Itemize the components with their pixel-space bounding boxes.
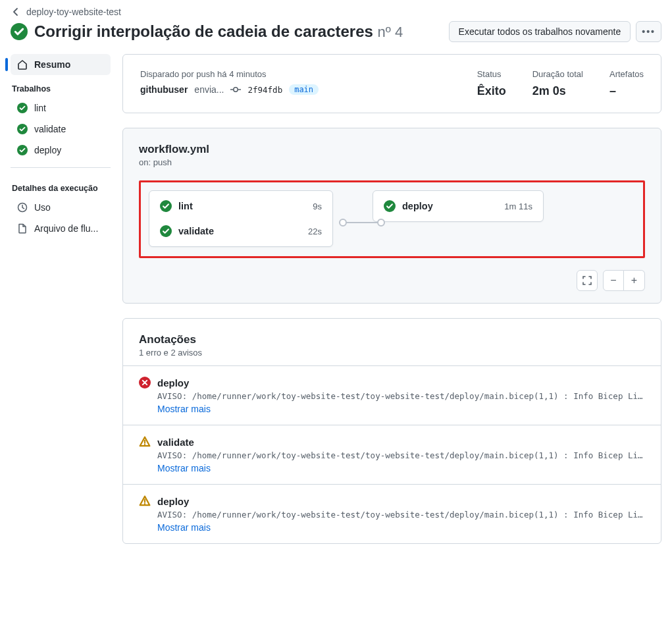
annotation-job[interactable]: deploy [157, 496, 189, 507]
divider [11, 167, 111, 168]
warning-icon [139, 436, 151, 448]
sidebar-item-label: validate [34, 124, 66, 134]
job-node-lint[interactable]: lint 9s [149, 194, 332, 219]
workflow-trigger: on: push [139, 157, 645, 167]
annotation-message: AVISO: /home/runner/work/toy-website-tes… [157, 391, 645, 401]
fullscreen-button[interactable] [577, 270, 598, 291]
sidebar-item-label: lint [34, 103, 46, 113]
check-circle-icon [384, 200, 396, 212]
workflow-file-name: workflow.yml [139, 143, 645, 156]
show-more-link[interactable]: Mostrar mais [157, 404, 645, 414]
sidebar-item-label: Uso [34, 202, 51, 213]
workflow-graph-highlight: lint 9s validate 22s deploy 1m 11s [139, 180, 645, 258]
sidebar-item-summary[interactable]: Resumo [11, 54, 111, 75]
annotations-card: Anotações 1 erro e 2 avisos deploy AVISO… [122, 318, 661, 544]
sidebar-item-label: Arquivo de flu... [34, 223, 98, 234]
commit-icon [230, 84, 241, 95]
check-circle-icon [11, 23, 28, 40]
action-verb: envia... [194, 84, 224, 95]
page-title: Corrigir interpolação de cadeia de carac… [34, 22, 403, 41]
job-group-2: deploy 1m 11s [373, 190, 544, 222]
branch-badge[interactable]: main [289, 84, 319, 95]
more-actions-button[interactable]: ••• [636, 21, 661, 42]
annotations-title: Anotações [139, 333, 645, 346]
job-duration: 22s [308, 227, 322, 236]
check-circle-icon [17, 145, 28, 155]
annotation-item: deploy AVISO: /home/runner/work/toy-webs… [123, 365, 661, 425]
check-circle-icon [17, 124, 28, 134]
job-name-label: lint [178, 201, 193, 211]
annotation-job[interactable]: deploy [157, 377, 189, 389]
job-group-1: lint 9s validate 22s [149, 190, 333, 247]
actor[interactable]: githubuser [140, 84, 188, 95]
check-circle-icon [160, 225, 172, 237]
zoom-in-button[interactable]: + [624, 270, 645, 291]
job-name-label: validate [178, 226, 214, 236]
sidebar: Resumo Trabalhos lint validate deploy De… [11, 54, 111, 558]
summary-card: Disparado por push há 4 minutos githubus… [122, 54, 661, 113]
job-duration: 9s [313, 201, 322, 211]
check-circle-icon [160, 200, 172, 212]
status-value: Êxito [477, 84, 506, 98]
annotation-item: deploy AVISO: /home/runner/work/toy-webs… [123, 484, 661, 543]
arrow-left-icon[interactable] [11, 7, 21, 17]
run-number: nº 4 [378, 24, 403, 40]
x-circle-icon [139, 377, 151, 389]
annotation-message: AVISO: /home/runner/work/toy-website-tes… [157, 450, 645, 460]
workflow-graph-card: workflow.yml on: push lint 9s validate [122, 128, 661, 304]
job-node-validate[interactable]: validate 22s [149, 219, 332, 244]
rerun-all-button[interactable]: Executar todos os trabalhos novamente [449, 21, 631, 42]
sidebar-item-lint[interactable]: lint [11, 97, 111, 119]
triggered-label: Disparado por push há 4 minutos [140, 69, 451, 79]
show-more-link[interactable]: Mostrar mais [157, 522, 645, 533]
sidebar-item-workflow-file[interactable]: Arquivo de flu... [11, 218, 111, 239]
artifacts-value: – [609, 84, 644, 98]
sidebar-heading-jobs: Trabalhos [11, 75, 111, 97]
duration-value: 2m 0s [532, 84, 583, 98]
annotations-subtitle: 1 erro e 2 avisos [139, 348, 645, 358]
fullscreen-icon [582, 275, 592, 286]
file-icon [17, 223, 28, 234]
sidebar-item-label: deploy [34, 145, 61, 155]
graph-connector [343, 222, 381, 223]
workflow-run-title: Corrigir interpolação de cadeia de carac… [34, 22, 373, 40]
home-icon [17, 59, 28, 70]
warning-icon [139, 495, 151, 507]
duration-label: Duração total [532, 69, 583, 79]
artifacts-label: Artefatos [609, 69, 644, 79]
check-circle-icon [17, 103, 28, 113]
sidebar-item-usage[interactable]: Uso [11, 197, 111, 218]
job-name-label: deploy [402, 201, 433, 211]
annotation-item: validate AVISO: /home/runner/work/toy-we… [123, 425, 661, 484]
commit-sha[interactable]: 2f94fdb [247, 85, 282, 95]
breadcrumb: deploy-toy-website-test [11, 0, 661, 18]
zoom-out-button[interactable]: − [603, 270, 624, 291]
sidebar-item-validate[interactable]: validate [11, 119, 111, 140]
kebab-icon: ••• [642, 26, 656, 37]
sidebar-item-label: Resumo [34, 59, 70, 70]
clock-icon [17, 202, 28, 213]
sidebar-heading-details: Detalhes da execução [11, 174, 111, 197]
breadcrumb-link[interactable]: deploy-toy-website-test [26, 7, 121, 17]
job-node-deploy[interactable]: deploy 1m 11s [373, 194, 543, 219]
annotation-message: AVISO: /home/runner/work/toy-website-tes… [157, 510, 645, 520]
annotation-job[interactable]: validate [157, 437, 194, 448]
job-duration: 1m 11s [504, 201, 532, 211]
status-label: Status [477, 69, 506, 79]
show-more-link[interactable]: Mostrar mais [157, 463, 645, 473]
sidebar-item-deploy[interactable]: deploy [11, 140, 111, 161]
